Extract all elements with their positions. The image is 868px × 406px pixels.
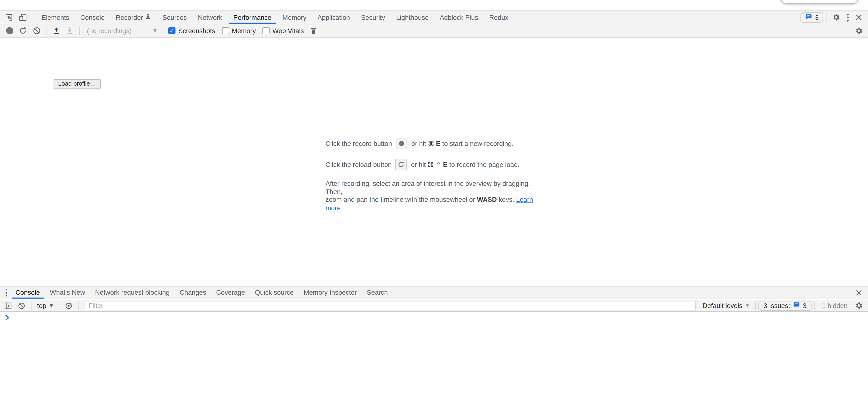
save-profile-icon[interactable]: [63, 25, 76, 37]
tab-lighthouse[interactable]: Lighthouse: [391, 11, 434, 24]
checkbox-checked-icon: ✓: [168, 27, 176, 34]
context-label: top: [37, 302, 46, 309]
issues-label: 3 Issues:: [764, 302, 790, 309]
chevron-down-icon: ▼: [746, 303, 749, 308]
console-toolbar: top ▼ Default levels ▼ 3 Issues: 3 1 hid…: [0, 300, 868, 312]
settings-gear-icon[interactable]: [829, 11, 843, 24]
drawer-tab-coverage[interactable]: Coverage: [211, 286, 250, 299]
browser-top-strip: [0, 0, 868, 10]
load-profile-icon[interactable]: [50, 25, 63, 37]
tab-memory[interactable]: Memory: [277, 11, 312, 24]
divider: [31, 302, 31, 310]
clear-console-icon[interactable]: [15, 300, 28, 311]
clear-recordings-icon[interactable]: [30, 25, 43, 37]
execution-context-select[interactable]: top ▼: [34, 302, 56, 309]
close-devtools-icon[interactable]: [852, 11, 865, 24]
flask-icon: [145, 13, 151, 22]
tab-security[interactable]: Security: [355, 11, 391, 24]
issues-count: 3: [815, 13, 818, 21]
levels-label: Default levels: [703, 302, 743, 309]
record-button[interactable]: [3, 25, 16, 37]
close-drawer-icon[interactable]: [852, 286, 865, 299]
web-vitals-label: Web Vitals: [273, 27, 304, 35]
divider: [814, 302, 815, 310]
console-messages-area[interactable]: [0, 312, 868, 406]
tab-sources[interactable]: Sources: [157, 11, 192, 24]
divider: [78, 302, 79, 310]
divider: [79, 27, 80, 35]
drawer-tabbar: Console What's New Network request block…: [0, 286, 868, 299]
hidden-messages-label: 1 hidden: [817, 302, 852, 309]
issues-bubble-icon: [805, 13, 812, 22]
issues-counter-button[interactable]: 3: [801, 12, 823, 23]
chevron-down-icon: ▼: [50, 303, 53, 308]
console-toolbar-right: Default levels ▼ 3 Issues: 3 1 hidden: [699, 300, 868, 311]
record-icon: [6, 27, 13, 34]
drawer-tab-network-request-blocking[interactable]: Network request blocking: [90, 286, 175, 299]
reload-button-example[interactable]: [396, 159, 407, 170]
web-vitals-checkbox[interactable]: Web Vitals: [259, 27, 307, 35]
tab-adblock-plus[interactable]: Adblock Plus: [434, 11, 484, 24]
reload-and-record-button[interactable]: [16, 25, 30, 37]
tabbar-right-controls: 3: [801, 11, 868, 24]
drawer-tab-console[interactable]: Console: [10, 286, 45, 299]
capture-settings-gear-icon[interactable]: [852, 25, 866, 37]
shift-key: ⇧: [436, 161, 441, 168]
issues-counter-button[interactable]: 3 Issues: 3: [758, 301, 812, 310]
kebab-menu-icon[interactable]: [843, 13, 852, 21]
drawer-tab-search[interactable]: Search: [362, 286, 393, 299]
divider: [33, 13, 33, 22]
drawer-tab-changes[interactable]: Changes: [175, 286, 211, 299]
console-settings-gear-icon[interactable]: [852, 300, 866, 311]
device-toolbar-icon[interactable]: [16, 11, 30, 24]
divider: [826, 13, 826, 22]
e-key: E: [443, 161, 447, 168]
tab-redux[interactable]: Redux: [484, 11, 514, 24]
screenshots-label: Screenshots: [178, 27, 215, 35]
tab-performance[interactable]: Performance: [228, 11, 277, 24]
performance-landing: Load profile… Click the record button or…: [0, 37, 868, 286]
log-levels-select[interactable]: Default levels ▼: [699, 302, 752, 309]
drawer-tab-whats-new[interactable]: What's New: [45, 286, 90, 299]
landing-paragraph: After recording, select an area of inter…: [326, 180, 542, 212]
landing-instructions: Click the record button or hit ⌘ E to st…: [0, 138, 868, 212]
performance-toolbar: (no recordings) ▼ ✓ Screenshots Memory W…: [0, 25, 868, 38]
drawer-tab-quick-source[interactable]: Quick source: [250, 286, 299, 299]
trash-icon[interactable]: [307, 25, 320, 37]
checkbox-unchecked-icon: [262, 27, 270, 34]
load-profile-tooltip: Load profile…: [54, 79, 100, 89]
divider: [59, 302, 59, 310]
memory-label: Memory: [232, 27, 256, 35]
console-sidebar-toggle-icon[interactable]: [1, 300, 15, 311]
tab-elements[interactable]: Elements: [36, 11, 75, 24]
tab-application[interactable]: Application: [312, 11, 355, 24]
tab-console[interactable]: Console: [75, 11, 110, 24]
console-prompt-icon[interactable]: [4, 315, 10, 323]
issues-count: 3: [803, 302, 806, 309]
record-icon: [399, 141, 404, 146]
drawer-tab-memory-inspector[interactable]: Memory Inspector: [299, 286, 362, 299]
console-filter-input[interactable]: [85, 301, 696, 310]
record-hint-row: Click the record button or hit ⌘ E to st…: [326, 138, 542, 149]
wasd-keys: WASD: [477, 196, 497, 203]
devtools-tabbar: Elements Console Recorder Sources Networ…: [0, 10, 868, 24]
tab-network[interactable]: Network: [192, 11, 228, 24]
memory-checkbox[interactable]: Memory: [218, 27, 259, 35]
e-key: E: [436, 140, 440, 147]
drawer-kebab-menu-icon[interactable]: [0, 289, 10, 296]
inspect-element-icon[interactable]: [2, 11, 16, 24]
issues-bubble-icon: [793, 301, 800, 310]
checkbox-unchecked-icon: [222, 27, 229, 34]
divider: [161, 27, 162, 35]
screenshots-checkbox[interactable]: ✓ Screenshots: [165, 27, 218, 35]
toolbar-right-controls: [846, 25, 868, 37]
tab-recorder[interactable]: Recorder: [110, 11, 157, 24]
record-button-example[interactable]: [396, 138, 407, 149]
divider: [46, 27, 47, 35]
eye-icon[interactable]: [62, 300, 75, 311]
drawer-right-controls: [852, 286, 868, 299]
chevron-down-icon: ▼: [153, 28, 157, 33]
cmd-key: ⌘: [428, 161, 434, 168]
divider: [755, 302, 755, 310]
recordings-select[interactable]: (no recordings) ▼: [83, 27, 159, 35]
